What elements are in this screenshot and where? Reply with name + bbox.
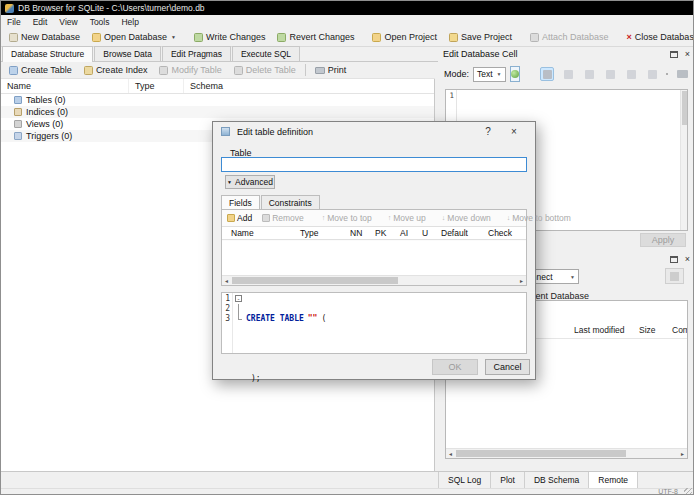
column-last-modified[interactable]: Last modified [574, 325, 625, 335]
create-table-button[interactable]: Create Table [3, 63, 78, 77]
triggers-icon [14, 132, 22, 140]
tab-database-structure[interactable]: Database Structure [2, 46, 93, 62]
delete-table-button[interactable]: Delete Table [228, 63, 302, 77]
sql-code[interactable]: CREATE TABLE""( ); [244, 293, 526, 353]
scrollbar-thumb[interactable] [456, 450, 626, 457]
tree-item-tables[interactable]: Tables (0) [1, 94, 434, 106]
tab-edit-pragmas[interactable]: Edit Pragmas [162, 46, 231, 61]
mode-select[interactable]: Text ▼ [473, 67, 506, 82]
revert-changes-icon [277, 33, 286, 42]
close-panel-icon[interactable]: × [685, 254, 690, 264]
revert-changes-button[interactable]: Revert Changes [271, 30, 360, 44]
fullscreen-cell-button[interactable] [645, 67, 659, 81]
tree-column-name[interactable]: Name [1, 79, 129, 93]
window-titlebar[interactable]: DB Browser for SQLite - C:\Users\turner\… [1, 1, 693, 15]
tab-remote[interactable]: Remote [588, 472, 638, 489]
structure-toolbar: Create Table Create Index Modify Table D… [1, 62, 435, 79]
close-database-button[interactable]: × Close Database [621, 30, 694, 44]
cancel-button[interactable]: Cancel [485, 359, 530, 375]
text-mode-button[interactable] [540, 67, 554, 81]
column-name[interactable]: Name [222, 228, 296, 238]
tab-browse-data[interactable]: Browse Data [94, 46, 161, 61]
remote-refresh-button[interactable] [665, 268, 684, 284]
binary-mode-button[interactable] [561, 67, 575, 81]
import-cell-button[interactable] [582, 67, 596, 81]
menu-file[interactable]: File [1, 17, 27, 27]
advanced-button[interactable]: ▼ Advanced [225, 175, 275, 189]
open-project-button[interactable]: Open Project [366, 30, 443, 44]
move-to-bottom-icon: ↓ [507, 214, 511, 221]
add-field-button[interactable]: Add [222, 213, 257, 223]
column-nn[interactable]: NN [346, 228, 371, 238]
column-size[interactable]: Size [639, 325, 656, 335]
sql-preview-editor[interactable]: 1 2 3 - CREATE TABLE""( ); [221, 292, 527, 354]
apply-button[interactable]: Apply [640, 233, 686, 247]
column-commit[interactable]: Commit [672, 325, 688, 335]
tree-column-type[interactable]: Type [129, 79, 184, 93]
dialog-titlebar[interactable]: Edit table definition ? × [213, 122, 535, 141]
encoding-indicator[interactable]: UTF-8 [658, 488, 678, 495]
column-u[interactable]: U [418, 228, 437, 238]
menu-help[interactable]: Help [115, 17, 144, 27]
chevron-down-icon: ▼ [570, 274, 575, 280]
toolbar-separator [305, 64, 306, 76]
column-default[interactable]: Default [437, 228, 484, 238]
sql-table-name: "" [308, 314, 318, 323]
open-database-button[interactable]: Open Database ▼ [86, 30, 182, 44]
menu-tools[interactable]: Tools [84, 17, 116, 27]
mode-label: Mode: [444, 69, 469, 79]
fields-table-hscrollbar[interactable]: ◄ ► [222, 275, 526, 285]
float-panel-icon[interactable] [670, 256, 678, 263]
create-index-button[interactable]: Create Index [78, 63, 154, 77]
menu-edit[interactable]: Edit [27, 17, 54, 27]
save-project-button[interactable]: Save Project [443, 30, 518, 44]
remote-list-hscrollbar[interactable]: ◄ ► [446, 448, 687, 458]
open-database-dropdown-icon[interactable]: ▼ [171, 34, 176, 40]
tab-execute-sql[interactable]: Execute SQL [232, 46, 300, 61]
tab-plot[interactable]: Plot [490, 472, 525, 489]
menu-view[interactable]: View [53, 17, 83, 27]
sql-line-3: ); [246, 374, 526, 384]
create-table-icon [9, 66, 18, 75]
scroll-left-icon[interactable]: ◄ [446, 451, 455, 457]
tab-db-schema[interactable]: DB Schema [524, 472, 589, 489]
new-database-button[interactable]: New Database [3, 30, 86, 44]
tab-sql-log[interactable]: SQL Log [438, 472, 491, 489]
fields-table-body[interactable] [222, 241, 526, 275]
move-to-bottom-button[interactable]: ↓ Move to bottom [502, 213, 576, 223]
tables-icon [14, 96, 22, 104]
cell-editor-vscrollbar[interactable] [680, 90, 687, 230]
move-to-top-icon: ↑ [322, 214, 326, 221]
ok-button[interactable]: OK [432, 359, 478, 375]
scroll-right-icon[interactable]: ► [517, 278, 526, 284]
auto-apply-button[interactable] [510, 66, 520, 82]
table-name-input[interactable] [221, 157, 527, 172]
move-to-top-button[interactable]: ↑ Move to top [317, 213, 377, 223]
write-changes-button[interactable]: Write Changes [188, 30, 271, 44]
column-ai[interactable]: AI [396, 228, 418, 238]
move-up-button[interactable]: ↑ Move up [383, 213, 431, 223]
scroll-left-icon[interactable]: ◄ [222, 278, 231, 284]
column-pk[interactable]: PK [371, 228, 396, 238]
tree-item-indices[interactable]: Indices (0) [1, 106, 434, 118]
dialog-help-button[interactable]: ? [475, 126, 501, 137]
print-cell-button[interactable] [675, 67, 689, 81]
scroll-right-icon[interactable]: ► [678, 451, 687, 457]
print-button[interactable]: Print [309, 63, 353, 77]
set-null-button[interactable] [624, 67, 638, 81]
modify-table-button[interactable]: Modify Table [153, 63, 227, 77]
scrollbar-thumb[interactable] [232, 277, 398, 284]
attach-database-button[interactable]: Attach Database [524, 30, 615, 44]
column-check[interactable]: Check [484, 228, 526, 238]
scrollbar-thumb[interactable] [682, 91, 687, 125]
move-down-button[interactable]: ↓ Move down [437, 213, 496, 223]
float-panel-icon[interactable] [670, 51, 678, 58]
export-cell-button[interactable] [603, 67, 617, 81]
fold-icon[interactable]: - [235, 295, 242, 302]
column-type[interactable]: Type [296, 228, 346, 238]
dialog-close-button[interactable]: × [501, 126, 527, 137]
close-panel-icon[interactable]: × [685, 49, 690, 59]
resize-grip[interactable] [684, 488, 692, 495]
remove-field-button[interactable]: Remove [257, 213, 309, 223]
tree-column-schema[interactable]: Schema [184, 79, 434, 93]
